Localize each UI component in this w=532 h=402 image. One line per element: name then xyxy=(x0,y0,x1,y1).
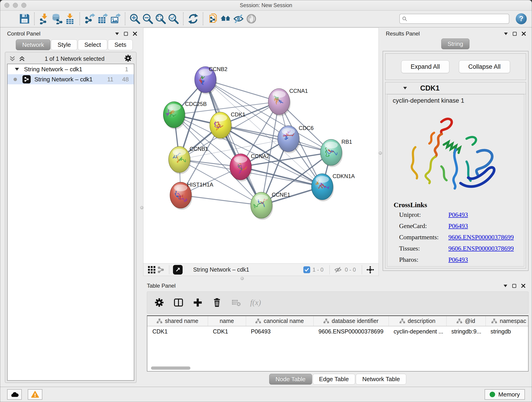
refresh-button[interactable] xyxy=(187,12,200,25)
column-header-database-identifier[interactable]: database identifier xyxy=(313,316,389,326)
panel-menu-icon[interactable] xyxy=(504,32,508,35)
minimize-window-button[interactable] xyxy=(13,3,18,8)
expand-all-icon[interactable] xyxy=(19,56,25,61)
tab-network[interactable]: Network xyxy=(16,39,51,50)
network-row[interactable]: String Network – cdk1 11 48 xyxy=(7,74,134,84)
network-node-rb1[interactable] xyxy=(320,139,343,167)
table-cell[interactable]: stringdb:9... xyxy=(446,326,486,337)
zoom-selected-button[interactable] xyxy=(167,12,180,25)
search-input[interactable] xyxy=(399,14,509,24)
tab-select[interactable]: Select xyxy=(78,39,107,50)
float-panel-icon[interactable] xyxy=(124,32,128,36)
node-table[interactable]: shared namenamecanonical namedatabase id… xyxy=(147,315,529,371)
table-cell[interactable]: stringdb xyxy=(486,326,529,337)
network-share-button[interactable] xyxy=(156,265,165,274)
open-in-new-window-button[interactable] xyxy=(173,265,183,274)
birds-eye-view-button[interactable] xyxy=(147,265,156,274)
results-panel-splitter[interactable] xyxy=(379,27,382,276)
column-header-shared-name[interactable]: shared name xyxy=(147,316,208,326)
network-node-cdkn1a[interactable] xyxy=(312,174,334,201)
tab-style[interactable]: Style xyxy=(51,39,77,50)
control-panel: Control Panel Network Style Select Sets … xyxy=(0,27,140,387)
network-node-ccnb1[interactable] xyxy=(169,147,191,174)
column-header-canonical-name[interactable]: canonical name xyxy=(246,316,313,326)
close-panel-icon[interactable] xyxy=(133,32,137,36)
column-header-name[interactable]: name xyxy=(208,316,246,326)
save-session-button[interactable] xyxy=(18,12,31,25)
network-collection-row[interactable]: String Network – cdk1 1 xyxy=(7,64,134,74)
tab-edge-table[interactable]: Edge Table xyxy=(313,374,355,385)
import-table-button[interactable] xyxy=(63,12,76,25)
show-columns-button[interactable] xyxy=(173,297,184,308)
float-panel-icon[interactable] xyxy=(512,284,516,288)
table-cell[interactable]: CDK1 xyxy=(208,326,246,337)
export-table-button[interactable] xyxy=(96,12,109,25)
zoom-out-button[interactable] xyxy=(141,12,154,25)
column-header-label: database identifier xyxy=(332,318,379,324)
export-network-button[interactable] xyxy=(83,12,96,25)
column-header-description[interactable]: description xyxy=(389,316,446,326)
table-row[interactable]: CDK1CDK1P064939606.ENSP00000378699cyclin… xyxy=(147,326,529,337)
tab-network-table[interactable]: Network Table xyxy=(356,374,406,385)
horizontal-scrollbar[interactable] xyxy=(151,366,190,370)
close-window-button[interactable] xyxy=(4,3,9,8)
center-view-button[interactable] xyxy=(366,265,375,274)
help-button[interactable]: ? xyxy=(516,13,527,24)
float-panel-icon[interactable] xyxy=(513,32,517,36)
zoom-in-button[interactable] xyxy=(128,12,141,25)
table-options-button[interactable] xyxy=(154,297,165,308)
tab-sets[interactable]: Sets xyxy=(108,39,133,50)
import-network-file-button[interactable] xyxy=(38,12,51,25)
memory-button[interactable]: Memory xyxy=(485,389,525,400)
expand-all-button[interactable]: Expand All xyxy=(401,60,449,73)
collapse-all-button[interactable]: Collapse All xyxy=(459,60,510,73)
zoom-fit-button[interactable] xyxy=(154,12,167,25)
network-edge[interactable] xyxy=(181,195,261,205)
network-node-ccna2[interactable] xyxy=(230,154,252,182)
tab-string[interactable]: String xyxy=(441,38,470,49)
warnings-button[interactable] xyxy=(28,389,42,400)
export-image-button[interactable] xyxy=(109,12,122,25)
table-cell[interactable]: cyclin-dependent ... xyxy=(389,326,446,337)
hidden-items-button[interactable] xyxy=(333,265,342,274)
cloud-status-button[interactable] xyxy=(7,389,22,400)
collapse-all-icon[interactable] xyxy=(9,56,15,61)
close-panel-icon[interactable] xyxy=(521,284,525,288)
column-header-namespac[interactable]: namespac xyxy=(486,316,529,326)
table-panel-splitter[interactable] xyxy=(143,276,532,281)
tab-node-table[interactable]: Node Table xyxy=(269,374,312,385)
crosslink-link[interactable]: P06493 xyxy=(448,256,524,263)
network-node-ccne1[interactable] xyxy=(251,192,273,220)
show-all-button[interactable] xyxy=(245,12,258,25)
section-expander-icon[interactable] xyxy=(403,87,407,89)
delete-column-button[interactable] xyxy=(212,297,222,308)
hide-selected-button[interactable] xyxy=(232,12,245,25)
network-node-cdk1[interactable] xyxy=(210,112,232,140)
column-header-label: name xyxy=(220,318,234,324)
crosslink-link[interactable]: 9606.ENSP00000378699 xyxy=(448,245,524,252)
panel-menu-icon[interactable] xyxy=(115,32,119,35)
close-panel-icon[interactable] xyxy=(522,32,526,36)
table-cell[interactable]: CDK1 xyxy=(147,326,208,337)
crosslink-link[interactable]: P06493 xyxy=(448,222,524,230)
network-options-button[interactable] xyxy=(124,54,132,63)
home-button[interactable] xyxy=(219,12,232,25)
crosslink-link[interactable]: P06493 xyxy=(448,211,524,218)
table-cell[interactable]: 9606.ENSP00000378699 xyxy=(313,326,389,337)
control-panel-splitter[interactable] xyxy=(140,27,143,387)
selected-checkbox[interactable] xyxy=(303,266,310,273)
crosslink-link[interactable]: 9606.ENSP00000378699 xyxy=(448,234,524,241)
network-canvas[interactable]: CCNB2CCNA1CDC25BCDK1CDC6RB1CCNB1CCNA2CDK… xyxy=(143,28,379,263)
create-column-button[interactable] xyxy=(192,297,203,308)
tree-expander-icon[interactable] xyxy=(15,68,19,70)
column-header--id[interactable]: @id xyxy=(446,316,486,326)
panel-menu-icon[interactable] xyxy=(504,285,507,287)
network-node-ccna1[interactable] xyxy=(268,89,291,116)
import-network-database-button[interactable] xyxy=(51,12,63,25)
table-cell[interactable]: P06493 xyxy=(246,326,313,337)
zoom-window-button[interactable] xyxy=(21,3,26,8)
network-edge[interactable] xyxy=(205,80,261,205)
node-label-cdc25b: CDC25B xyxy=(185,101,207,107)
open-session-button[interactable] xyxy=(5,12,18,25)
first-neighbors-button[interactable] xyxy=(206,12,219,25)
